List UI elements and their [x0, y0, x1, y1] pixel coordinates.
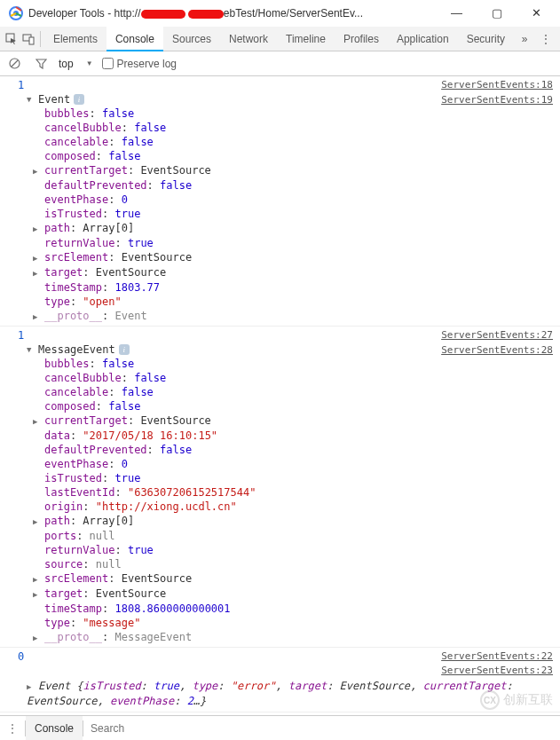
property-row[interactable]: ▶target: EventSource	[44, 586, 560, 602]
inspect-icon[interactable]	[4, 28, 20, 50]
property-row[interactable]: data: "2017/05/18 16:10:15"	[44, 429, 560, 443]
console-entry: 1 ServerSentEvents:27 ▼ MessageEvent i S…	[0, 327, 560, 648]
console-entry: 0 ServerSentEvents:22 ServerSentEvents:2…	[0, 648, 560, 712]
svg-rect-4	[29, 37, 34, 44]
property-row[interactable]: cancelable: false	[44, 135, 560, 149]
tab-sources[interactable]: Sources	[163, 27, 220, 51]
property-row[interactable]: ▶currentTarget: EventSource	[44, 163, 560, 178]
property-row[interactable]: isTrusted: true	[44, 471, 560, 485]
property-list: bubbles: falsecancelBubble: falsecancela…	[0, 106, 560, 324]
property-row[interactable]: returnValue: true	[44, 543, 560, 557]
chrome-icon	[9, 6, 23, 20]
property-row[interactable]: composed: false	[44, 149, 560, 163]
property-row[interactable]: ▶srcElement: EventSource	[44, 571, 560, 586]
log-count: 1	[18, 329, 28, 342]
property-row[interactable]: ▶path: Array[0]	[44, 514, 560, 529]
property-row[interactable]: cancelBubble: false	[44, 371, 560, 385]
property-row[interactable]: returnValue: true	[44, 236, 560, 250]
property-row[interactable]: lastEventId: "636307206152517544"	[44, 485, 560, 500]
tab-console[interactable]: Console	[106, 27, 163, 51]
tab-elements[interactable]: Elements	[44, 27, 106, 51]
filter-icon[interactable]	[32, 55, 50, 73]
tab-application[interactable]: Application	[388, 27, 458, 51]
property-row[interactable]: ports: null	[44, 529, 560, 543]
tab-profiles[interactable]: Profiles	[335, 27, 388, 51]
drawer-tabbar: ⋮ Console	[0, 715, 560, 740]
window-title: Developer Tools - http:// ebTest/Home/Se…	[28, 7, 437, 20]
tab-security[interactable]: Security	[458, 27, 514, 51]
property-row[interactable]: defaultPrevented: false	[44, 443, 560, 457]
property-row[interactable]: ▶path: Array[0]	[44, 221, 560, 236]
maximize-button[interactable]: ▢	[477, 1, 517, 26]
property-row[interactable]: origin: "http://xiong.ucdl.cn"	[44, 500, 560, 514]
property-row[interactable]: cancelBubble: false	[44, 121, 560, 135]
info-icon[interactable]: i	[119, 344, 130, 355]
property-row[interactable]: composed: false	[44, 399, 560, 413]
property-row[interactable]: defaultPrevented: false	[44, 178, 560, 193]
property-row[interactable]: ▶target: EventSource	[44, 265, 560, 280]
error-summary[interactable]: ▶Event {isTrusted: true, type: "error", …	[0, 677, 560, 710]
log-count: 1	[18, 79, 28, 91]
property-row[interactable]: bubbles: false	[44, 106, 560, 121]
property-row[interactable]: type: "message"	[44, 616, 560, 630]
preserve-log-checkbox[interactable]: Preserve log	[102, 58, 177, 70]
property-row[interactable]: isTrusted: true	[44, 207, 560, 221]
disclosure-triangle-icon[interactable]: ▼	[27, 345, 35, 354]
property-row[interactable]: timeStamp: 1803.77	[44, 280, 560, 295]
watermark: CX创新互联	[480, 690, 553, 710]
drawer-tab-console[interactable]: Console	[26, 716, 83, 741]
tabs-overflow[interactable]: »	[514, 28, 535, 50]
close-button[interactable]: ✕	[517, 1, 556, 26]
clear-console-icon[interactable]	[5, 55, 23, 73]
disclosure-triangle-icon[interactable]: ▼	[27, 95, 35, 104]
console-toolbar: top ▼ Preserve log	[0, 51, 560, 76]
property-row[interactable]: bubbles: false	[44, 357, 560, 371]
source-link[interactable]: ServerSentEvents:27	[441, 329, 553, 342]
info-icon[interactable]: i	[74, 94, 84, 105]
property-row[interactable]: timeStamp: 1808.8600000000001	[44, 602, 560, 616]
source-link[interactable]: ServerSentEvents:22	[441, 650, 553, 663]
property-row[interactable]: ▶__proto__: Event	[44, 309, 560, 324]
property-row[interactable]: ▶__proto__: MessageEvent	[44, 630, 560, 645]
property-row[interactable]: cancelable: false	[44, 385, 560, 399]
property-row[interactable]: type: "open"	[44, 295, 560, 309]
property-row[interactable]: ▶srcElement: EventSource	[44, 250, 560, 265]
property-row[interactable]: eventPhase: 0	[44, 457, 560, 471]
source-link[interactable]: ServerSentEvents:28	[441, 344, 553, 356]
menu-button[interactable]: ⋮	[535, 28, 556, 50]
property-row[interactable]: ▶currentTarget: EventSource	[44, 413, 560, 429]
minimize-button[interactable]: —	[437, 1, 477, 26]
tab-network[interactable]: Network	[220, 27, 277, 51]
devtools-tabbar: Elements Console Sources Network Timelin…	[0, 27, 560, 51]
property-list: bubbles: falsecancelBubble: falsecancela…	[0, 357, 560, 645]
divider	[40, 31, 41, 47]
search-input[interactable]	[83, 722, 560, 735]
source-link[interactable]: ServerSentEvents:23	[441, 665, 553, 676]
log-count: 0	[18, 650, 28, 663]
property-row[interactable]: eventPhase: 0	[44, 193, 560, 207]
source-link[interactable]: ServerSentEvents:19	[441, 94, 553, 106]
source-link[interactable]: ServerSentEvents:18	[441, 79, 553, 91]
property-row[interactable]: source: null	[44, 557, 560, 571]
window-titlebar: Developer Tools - http:// ebTest/Home/Se…	[0, 0, 560, 27]
svg-line-6	[12, 60, 18, 67]
device-icon[interactable]	[20, 28, 37, 50]
tab-timeline[interactable]: Timeline	[277, 27, 335, 51]
console-entry: 1 ServerSentEvents:18 ▼ Event i ServerSe…	[0, 76, 560, 327]
object-type[interactable]: MessageEvent	[38, 343, 115, 356]
object-type[interactable]: Event	[38, 93, 70, 106]
console-output: 1 ServerSentEvents:18 ▼ Event i ServerSe…	[0, 76, 560, 719]
context-dropdown[interactable]: top ▼	[59, 58, 93, 70]
drawer-menu-icon[interactable]: ⋮	[0, 722, 25, 735]
